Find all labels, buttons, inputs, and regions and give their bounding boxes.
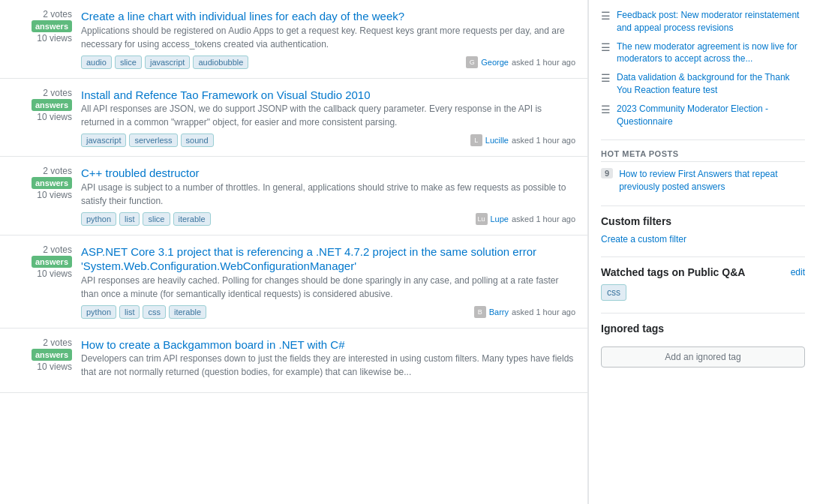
votes-count: 2 votes [43,244,72,255]
tag[interactable]: iterable [169,305,206,319]
tag[interactable]: list [119,305,140,319]
tag[interactable]: iterable [173,212,211,226]
tag[interactable]: audiobubble [193,56,248,69]
question-item: 2 votes answers 10 views C++ troubled de… [0,157,587,236]
views-count: 10 views [37,33,72,44]
views-count: 10 views [37,362,72,372]
question-meta: B Barry asked 1 hour ago [474,306,575,318]
question-title[interactable]: How to create a Backgammon board in .NET… [81,338,345,351]
question-excerpt: API responses are heavily cached. Pollin… [81,274,575,301]
ignored-tags-title: Ignored tags [601,322,805,334]
watched-tags-edit[interactable]: edit [791,267,805,278]
answers-badge: answers [32,256,72,268]
answers-badge: answers [32,177,72,189]
asked-time: asked 1 hour ago [512,308,575,316]
tag[interactable]: slice [143,212,170,226]
question-excerpt: Developers can trim API responses down t… [81,352,575,379]
votes-count: 2 votes [43,166,72,176]
blog-post-text[interactable]: The new moderator agreement is now live … [617,40,805,66]
tag[interactable]: css [143,305,166,319]
question-stats: 2 votes answers 10 views [12,9,72,69]
votes-count: 2 votes [43,338,72,348]
answers-badge: answers [32,20,72,32]
asked-time: asked 1 hour ago [512,58,575,67]
avatar: Lu [476,213,488,225]
question-meta: L Lucille asked 1 hour ago [470,134,575,146]
tag[interactable]: audio [81,56,112,69]
tag[interactable]: serverless [129,134,177,147]
question-excerpt: All API responses are JSON, we do suppor… [81,102,575,129]
question-title[interactable]: ASP.NET Core 3.1 project that is referen… [81,245,536,273]
custom-filters-title: Custom filters [601,215,671,227]
question-item: 2 votes answers 10 views ASP.NET Core 3.… [0,236,587,328]
hot-meta-item: 9 How to review First Answers that repea… [601,168,805,194]
sidebar-divider-1 [601,140,805,140]
votes-count: 2 votes [43,88,72,98]
question-body: Install and Refence Tao Framework on Vis… [81,88,575,148]
question-stats: 2 votes answers 10 views [12,244,72,319]
hot-meta-text[interactable]: How to review First Answers that repeat … [619,168,805,194]
sidebar-divider-3 [601,256,805,257]
views-count: 10 views [37,112,72,122]
blog-post-text[interactable]: Data validation & background for the Tha… [617,71,805,97]
answers-count: answers [32,21,72,32]
main-content: 2 votes answers 10 views Create a line c… [0,0,588,504]
question-title[interactable]: Install and Refence Tao Framework on Vis… [81,88,371,101]
tag-list: pythonlistcssiterable [81,305,206,319]
sidebar: ☰ Feedback post: New moderator reinstate… [588,0,817,504]
tag[interactable]: python [81,212,116,226]
tag[interactable]: sound [181,134,214,147]
tag[interactable]: list [119,212,140,226]
add-ignored-tag-button[interactable]: Add an ignored tag [601,346,805,368]
blog-post-item: ☰ Feedback post: New moderator reinstate… [601,9,805,34]
user-name[interactable]: Lucille [485,136,509,145]
question-stats: 2 votes answers 10 views [12,338,72,384]
blog-post-icon: ☰ [601,104,611,116]
watched-tag[interactable]: css [601,284,626,301]
question-title[interactable]: C++ troubled destructor [81,166,200,179]
tag-list: javascriptserverlesssound [81,134,214,147]
blog-post-text[interactable]: 2023 Community Moderator Election - Ques… [617,103,805,128]
tag[interactable]: slice [115,56,142,69]
asked-time: asked 1 hour ago [512,214,575,224]
blog-posts-section: ☰ Feedback post: New moderator reinstate… [601,9,805,128]
question-body: Create a line chart with individual line… [81,9,575,69]
blog-post-item: ☰ The new moderator agreement is now liv… [601,40,805,66]
votes-count: 2 votes [43,9,72,20]
hot-meta-count: 9 [601,168,613,178]
answers-count: answers [32,256,72,267]
blog-post-icon: ☰ [601,10,611,22]
question-excerpt: Applications should be registered on Aud… [81,24,575,51]
hot-meta-posts-title: Hot Meta Posts [601,149,805,162]
question-stats: 2 votes answers 10 views [12,88,72,148]
tag-list: pythonlistsliceiterable [81,212,211,226]
question-body: C++ troubled destructor API usage is sub… [81,166,575,226]
tag[interactable]: javascript [81,134,126,147]
question-item: 2 votes answers 10 views Create a line c… [0,0,587,79]
watched-tags-section: Watched tags on Public Q&A edit css [601,266,805,301]
blog-post-icon: ☰ [601,41,611,53]
user-name[interactable]: George [481,58,509,67]
user-name[interactable]: Barry [489,308,509,316]
tags-and-meta: pythonlistsliceiterable Lu Lupe asked 1 … [81,212,575,226]
blog-post-item: ☰ 2023 Community Moderator Election - Qu… [601,103,805,128]
tag[interactable]: python [81,305,116,319]
tag[interactable]: javascript [145,56,190,69]
answers-count: answers [32,178,72,188]
blog-post-item: ☰ Data validation & background for the T… [601,71,805,97]
create-filter-link[interactable]: Create a custom filter [601,234,686,244]
tags-and-meta: audioslicejavascriptaudiobubble G George… [81,56,575,69]
asked-time: asked 1 hour ago [512,136,575,145]
tag-list: audioslicejavascriptaudiobubble [81,56,248,69]
views-count: 10 views [37,190,72,200]
questions-list: 2 votes answers 10 views Create a line c… [0,0,587,393]
user-name[interactable]: Lupe [491,214,509,224]
question-title[interactable]: Create a line chart with individual line… [81,10,404,22]
avatar: G [466,56,478,68]
sidebar-divider-2 [601,206,805,206]
question-body: ASP.NET Core 3.1 project that is referen… [81,244,575,319]
answers-badge: answers [32,99,72,111]
views-count: 10 views [37,268,72,279]
answers-count: answers [32,100,72,110]
blog-post-text[interactable]: Feedback post: New moderator reinstateme… [617,9,805,34]
